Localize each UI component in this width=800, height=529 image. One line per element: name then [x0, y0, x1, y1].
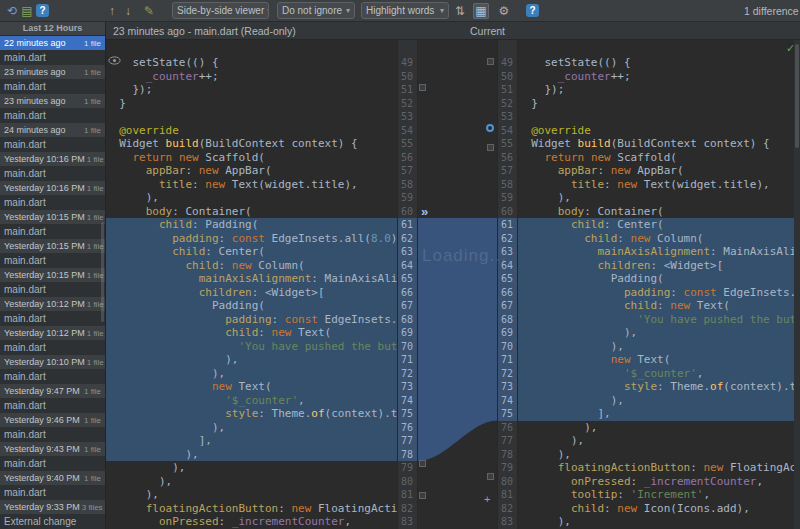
code-line[interactable]: '$_counter',: [518, 367, 794, 381]
fold-marker-icon[interactable]: [487, 144, 494, 151]
expand-icon[interactable]: +: [484, 493, 490, 505]
history-entry[interactable]: Yesterday 10:12 PM1 filemain.dart: [0, 326, 105, 355]
sync-scrolling-icon[interactable]: ▦: [473, 3, 489, 19]
gutter-marker-icon[interactable]: [486, 124, 494, 132]
code-line[interactable]: _counter++;: [106, 70, 397, 84]
code-line[interactable]: return new Scaffold(: [518, 151, 794, 165]
create-patch-icon[interactable]: ▤: [19, 3, 35, 19]
previous-difference-icon[interactable]: ↑: [104, 3, 120, 19]
code-line[interactable]: _counter++;: [518, 70, 794, 84]
code-line[interactable]: padding: const EdgeInsets.all(8.0),: [518, 286, 794, 300]
jump-to-source-icon[interactable]: ✎: [141, 3, 157, 19]
fold-marker-icon[interactable]: [487, 473, 494, 480]
highlight-mode-select[interactable]: Highlight words ▾: [361, 2, 449, 19]
code-line[interactable]: ],: [518, 407, 794, 421]
history-entry[interactable]: Yesterday 10:12 PM1 filemain.dart: [0, 297, 105, 326]
settings-gear-icon[interactable]: ⚙: [496, 3, 512, 19]
history-entry[interactable]: Yesterday 10:16 PM1 filemain.dart: [0, 152, 105, 181]
next-difference-icon[interactable]: ↓: [120, 3, 136, 19]
code-line[interactable]: ),: [106, 421, 397, 435]
code-line[interactable]: style: Theme.of(context).textTheme.displ…: [106, 407, 397, 421]
code-line[interactable]: }: [518, 97, 794, 111]
code-line[interactable]: child: new Column(: [106, 259, 397, 273]
code-line[interactable]: child: Center(: [518, 218, 794, 232]
history-entry[interactable]: Yesterday 10:15 PM1 filemain.dart: [0, 239, 105, 268]
history-entry[interactable]: Yesterday 9:40 PM1 filemain.dart: [0, 471, 105, 500]
code-line[interactable]: Padding(: [518, 272, 794, 286]
history-entry[interactable]: 24 minutes ago1 filemain.dart: [0, 123, 105, 152]
code-line[interactable]: child: new Text(: [106, 326, 397, 340]
code-line[interactable]: child: Center(: [106, 245, 397, 259]
history-entry[interactable]: 23 minutes ago1 filemain.dart: [0, 65, 105, 94]
code-line[interactable]: ),: [106, 367, 397, 381]
code-line[interactable]: padding: const EdgeInsets.all(8.0),: [106, 232, 397, 246]
code-line[interactable]: appBar: new AppBar(: [106, 164, 397, 178]
ignore-policy-select[interactable]: Do not ignore ▾: [277, 2, 355, 19]
code-line[interactable]: 'You have pushed the button this many ti…: [518, 313, 794, 327]
revert-icon[interactable]: ⟲: [4, 3, 20, 19]
code-line[interactable]: ),: [106, 353, 397, 367]
code-line[interactable]: ),: [518, 340, 794, 354]
code-line[interactable]: @override: [518, 124, 794, 138]
history-entry[interactable]: Yesterday 10:15 PM1 filemain.dart: [0, 210, 105, 239]
code-line[interactable]: Padding(: [106, 299, 397, 313]
fold-marker-icon[interactable]: [487, 58, 494, 65]
code-line[interactable]: 'You have pushed the button this many ti…: [106, 340, 397, 354]
code-line[interactable]: new Text(: [518, 353, 794, 367]
code-line[interactable]: [518, 110, 794, 124]
code-line[interactable]: [106, 110, 397, 124]
scrollbar-thumb[interactable]: [795, 44, 799, 148]
code-line[interactable]: ),: [106, 191, 397, 205]
fold-marker-icon[interactable]: [419, 460, 426, 467]
code-line[interactable]: floatingActionButton: new FloatingAction…: [106, 502, 397, 516]
diff-help-icon[interactable]: ?: [526, 4, 539, 17]
code-line[interactable]: @override: [106, 124, 397, 138]
code-line[interactable]: body: Container(: [106, 205, 397, 219]
right-editor[interactable]: setState(() { _counter++; }); } @overrid…: [518, 40, 794, 529]
code-line[interactable]: children: <Widget>[: [518, 259, 794, 273]
code-line[interactable]: body: Container(: [518, 205, 794, 219]
code-line[interactable]: ),: [106, 475, 397, 489]
code-line[interactable]: padding: const EdgeInsets.all(8.0),: [106, 313, 397, 327]
code-line[interactable]: child: new Icon(Icons.add),: [518, 502, 794, 516]
history-entry[interactable]: Yesterday 10:16 PM1 filemain.dart: [0, 181, 105, 210]
sidebar-scrollbar[interactable]: [101, 222, 104, 322]
code-line[interactable]: '$_counter',: [106, 394, 397, 408]
code-line[interactable]: ),: [518, 421, 794, 435]
code-line[interactable]: ),: [518, 434, 794, 448]
code-line[interactable]: });: [518, 83, 794, 97]
inspection-ok-icon[interactable]: ✓: [786, 42, 795, 55]
code-line[interactable]: child: new Column(: [518, 232, 794, 246]
code-line[interactable]: mainAxisAlignment: MainAxisAlignment.cen…: [106, 272, 397, 286]
code-line[interactable]: ),: [518, 326, 794, 340]
code-line[interactable]: return new Scaffold(: [106, 151, 397, 165]
code-line[interactable]: children: <Widget>[: [106, 286, 397, 300]
code-line[interactable]: }: [106, 97, 397, 111]
code-line[interactable]: ),: [518, 191, 794, 205]
code-line[interactable]: ],: [106, 434, 397, 448]
history-entry[interactable]: Yesterday 10:15 PM1 filemain.dart: [0, 268, 105, 297]
code-line[interactable]: floatingActionButton: new FloatingAction…: [518, 461, 794, 475]
code-line[interactable]: child: new Text(: [518, 299, 794, 313]
code-line[interactable]: child: Padding(: [106, 218, 397, 232]
history-entry[interactable]: 23 minutes ago1 filemain.dart: [0, 94, 105, 123]
code-line[interactable]: title: new Text(widget.title),: [106, 178, 397, 192]
history-entry[interactable]: Yesterday 9:33 PM3 filesExternal change: [0, 500, 105, 529]
code-line[interactable]: ),: [106, 448, 397, 462]
right-scrollbar[interactable]: [794, 40, 800, 529]
apply-change-icon[interactable]: »: [421, 204, 428, 219]
fold-marker-icon[interactable]: [419, 492, 426, 499]
code-line[interactable]: ),: [518, 448, 794, 462]
history-entry[interactable]: Yesterday 9:43 PM1 filemain.dart: [0, 442, 105, 471]
code-line[interactable]: Widget build(BuildContext context) {: [106, 137, 397, 151]
code-line[interactable]: tooltip: 'Increment',: [518, 488, 794, 502]
left-editor[interactable]: setState(() { _counter++; }); } @overrid…: [106, 40, 397, 529]
code-line[interactable]: ),: [106, 488, 397, 502]
code-line[interactable]: mainAxisAlignment: MainAxisAlignment.cen…: [518, 245, 794, 259]
code-line[interactable]: setState(() {: [106, 56, 397, 70]
code-line[interactable]: setState(() {: [518, 56, 794, 70]
history-entry[interactable]: Yesterday 9:46 PM1 filemain.dart: [0, 413, 105, 442]
history-entry[interactable]: Yesterday 9:47 PM1 filemain.dart: [0, 384, 105, 413]
code-line[interactable]: new Text(: [106, 380, 397, 394]
code-line[interactable]: onPressed: _incrementCounter,: [106, 515, 397, 529]
